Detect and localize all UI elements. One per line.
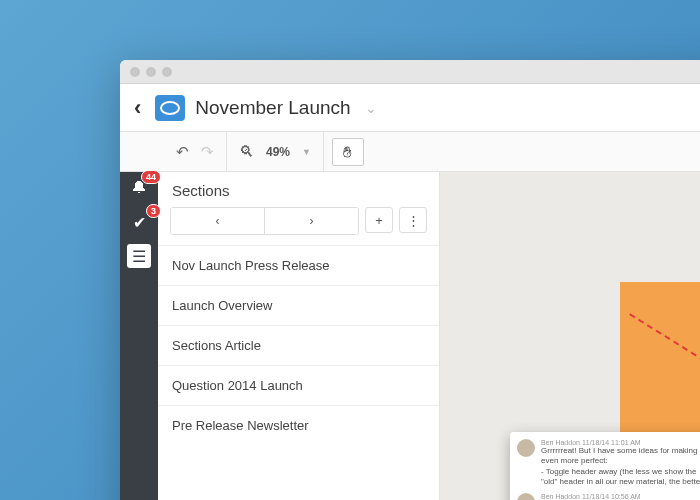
undo-button[interactable]: ↶ [176, 143, 189, 161]
header: ‹ November Launch ⌄ [120, 84, 700, 132]
sections-controls: ‹ › + ⋮ [158, 207, 439, 245]
brand-icon [155, 95, 185, 121]
section-item[interactable]: Sections Article [158, 325, 439, 365]
toolbar: ↶ ↷ 🔍︎ 49% ▼ ✋︎ [120, 132, 700, 172]
zoom-chevron-icon[interactable]: ▼ [302, 147, 311, 157]
section-item[interactable]: Question 2014 Launch [158, 365, 439, 405]
comment-body: Grrrrrreat! But I have some ideas for ma… [541, 446, 700, 488]
tasks-badge: 3 [146, 204, 161, 218]
list-icon: ☰ [132, 247, 146, 266]
zoom-dot[interactable] [162, 67, 172, 77]
chevron-down-icon[interactable]: ⌄ [365, 100, 377, 116]
prev-section-button[interactable]: ‹ [171, 208, 265, 234]
add-section-button[interactable]: + [365, 207, 393, 233]
pan-tool-button[interactable]: ✋︎ [332, 138, 364, 166]
section-item[interactable]: Pre Release Newsletter [158, 405, 439, 445]
notifications-button[interactable]: 🔔︎ 44 [127, 176, 151, 200]
history-group: ↶ ↷ [164, 132, 227, 171]
avatar [517, 439, 535, 457]
notifications-badge: 44 [141, 170, 161, 184]
tasks-button[interactable]: ✔ 3 [127, 210, 151, 234]
avatar [517, 493, 535, 500]
canvas[interactable]: Conce Hi Ana, Here at Con of the year Co… [440, 172, 700, 500]
section-options-button[interactable]: ⋮ [399, 207, 427, 233]
section-item[interactable]: Nov Launch Press Release [158, 245, 439, 285]
app-window: ‹ November Launch ⌄ ↶ ↷ 🔍︎ 49% ▼ ✋︎ 🔔︎ 4… [120, 60, 700, 500]
comment-time: 11/18/14 11:01 AM [582, 439, 641, 446]
section-item[interactable]: Launch Overview [158, 285, 439, 325]
sections-button[interactable]: ☰ [127, 244, 151, 268]
comment-item[interactable]: Ben Haddon 11/18/14 11:01 AM Grrrrrreat!… [517, 439, 700, 488]
sections-list: Nov Launch Press Release Launch Overview… [158, 245, 439, 445]
comment-author: Ben Haddon [541, 439, 580, 446]
zoom-level[interactable]: 49% [266, 145, 290, 159]
check-circle-icon: ✔ [133, 213, 146, 232]
comment-author: Ben Haddon [541, 493, 580, 500]
redo-button[interactable]: ↷ [201, 143, 214, 161]
sections-pager: ‹ › [170, 207, 359, 235]
comment-time: 11/18/14 10:56 AM [582, 493, 641, 500]
left-rail: 🔔︎ 44 ✔ 3 ☰ [120, 172, 158, 500]
sections-panel: Sections ‹ › + ⋮ Nov Launch Press Releas… [158, 172, 440, 500]
back-button[interactable]: ‹ [130, 91, 145, 125]
zoom-group: 🔍︎ 49% ▼ [227, 132, 324, 171]
body: 🔔︎ 44 ✔ 3 ☰ Sections ‹ › + ⋮ Nov [120, 172, 700, 500]
close-dot[interactable] [130, 67, 140, 77]
sections-panel-title: Sections [158, 172, 439, 207]
titlebar [120, 60, 700, 84]
zoom-icon[interactable]: 🔍︎ [239, 143, 254, 160]
comment-popup[interactable]: Ben Haddon 11/18/14 11:01 AM Grrrrrreat!… [510, 432, 700, 500]
next-section-button[interactable]: › [265, 208, 358, 234]
minimize-dot[interactable] [146, 67, 156, 77]
comment-item[interactable]: Ben Haddon 11/18/14 10:56 AM @Steve Clay… [517, 493, 700, 500]
document-title[interactable]: November Launch [195, 97, 350, 119]
